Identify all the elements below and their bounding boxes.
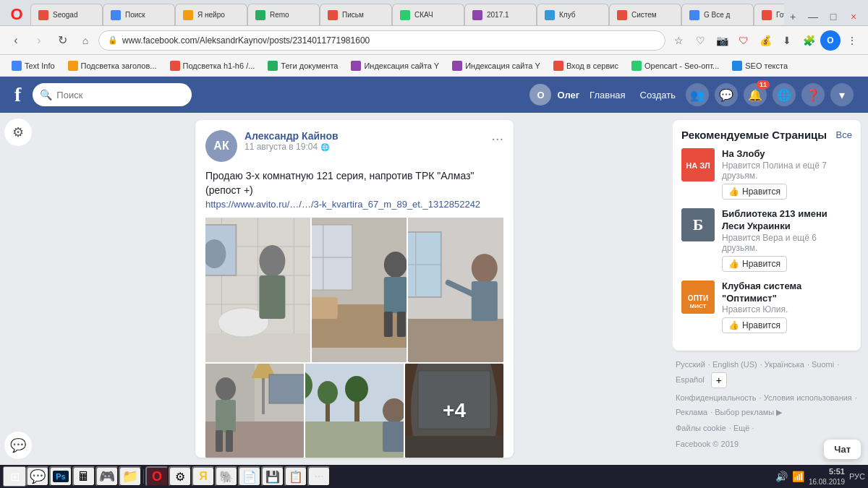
- download-btn[interactable]: ⬇: [777, 30, 797, 51]
- fb-dropdown-icon[interactable]: ▾: [830, 83, 854, 106]
- taskbar-save-btn[interactable]: 💾: [261, 466, 284, 487]
- svg-rect-54: [383, 421, 404, 452]
- post-username[interactable]: Александр Кайнов: [244, 130, 491, 142]
- taskbar-doc-btn[interactable]: 📄: [238, 466, 261, 487]
- tab-ya[interactable]: Я нейро: [175, 4, 247, 25]
- taskbar-chat-app[interactable]: 💬: [26, 466, 49, 487]
- wallet-btn[interactable]: 💰: [755, 30, 775, 51]
- fb-help-icon[interactable]: ❓: [801, 83, 825, 106]
- fb-network-icon[interactable]: 🌐: [773, 83, 796, 106]
- like-btn-3[interactable]: 👍 Нравится: [722, 317, 787, 333]
- fb-header: f 🔍 О Олег Главная Создать 👥 💬 🔔 11 🌐 ❓ …: [0, 77, 868, 113]
- tab-remo[interactable]: Remo: [247, 4, 320, 25]
- rec-page-name-2[interactable]: Библиотека 213 имени Леси Украинки: [722, 208, 852, 233]
- snapshot-btn[interactable]: 📷: [712, 30, 732, 51]
- fb-notifications-icon[interactable]: 🔔 11: [744, 83, 767, 106]
- bookmark-seo[interactable]: SEO текста: [726, 59, 793, 72]
- star-btn[interactable]: ☆: [668, 30, 689, 51]
- lang-fi[interactable]: Suomi: [812, 360, 834, 369]
- fb-messenger-icon[interactable]: 💬: [715, 83, 738, 106]
- tab-mail[interactable]: Письм: [320, 4, 392, 25]
- fb-search-bar[interactable]: 🔍: [33, 83, 192, 106]
- photo-4[interactable]: [205, 364, 304, 458]
- fb-username[interactable]: Олег: [557, 90, 579, 100]
- lang-en[interactable]: English (US): [712, 360, 757, 369]
- ad-choices-link[interactable]: Выбор рекламы ▶: [715, 408, 782, 416]
- start-btn[interactable]: ⊞: [3, 466, 26, 487]
- ads-link[interactable]: Реклама: [676, 408, 707, 416]
- tab-2017[interactable]: 2017.1: [464, 4, 537, 25]
- photo-6[interactable]: +4: [405, 364, 503, 458]
- bookmark-h1h6[interactable]: Подсветка h1-h6 /...: [164, 59, 261, 72]
- taskbar-volume-icon[interactable]: 🔊: [775, 471, 788, 482]
- tab-search[interactable]: Поиск: [103, 4, 175, 25]
- taskbar-network-icon[interactable]: 📶: [792, 471, 804, 482]
- tab-dl[interactable]: СКАЧ: [392, 4, 464, 25]
- extensions-btn[interactable]: 🧩: [799, 30, 819, 51]
- profile-btn[interactable]: О: [820, 30, 841, 51]
- minimize-btn[interactable]: —: [804, 8, 822, 25]
- tab-club[interactable]: Клуб: [537, 4, 609, 25]
- sidebar-chat-icon[interactable]: 💬: [4, 432, 32, 459]
- heart-btn[interactable]: ♡: [690, 30, 710, 51]
- taskbar-settings-btn[interactable]: ⚙: [169, 466, 192, 487]
- tab-system[interactable]: Систем: [609, 4, 681, 25]
- more-link[interactable]: Ещё ·: [733, 424, 754, 432]
- like-btn-1[interactable]: 👍 Нравится: [722, 184, 787, 200]
- bookmark-textinfo[interactable]: Text Info: [6, 59, 61, 72]
- new-tab-btn[interactable]: +: [784, 8, 801, 25]
- address-bar[interactable]: 🔒 www.facebook.com/AleksandrKaynov/posts…: [98, 30, 665, 51]
- bookmark-headings[interactable]: Подсветка заголов...: [62, 59, 163, 72]
- photo-2[interactable]: [312, 218, 407, 362]
- bookmark-index2[interactable]: Индексация сайта Y: [446, 59, 546, 72]
- reload-btn[interactable]: ↻: [52, 30, 72, 51]
- taskbar-game[interactable]: 🎮: [95, 466, 119, 487]
- maximize-btn[interactable]: □: [825, 8, 842, 25]
- tab-g[interactable]: G Все д: [681, 4, 754, 25]
- rec-page-name-1[interactable]: На Злобу: [722, 148, 852, 160]
- photo-1[interactable]: [205, 218, 310, 362]
- tab-seogad[interactable]: Seogad: [30, 4, 103, 25]
- terms-link[interactable]: Условия использования: [764, 393, 852, 402]
- cookies-link[interactable]: Файлы cookie: [676, 424, 726, 432]
- like-btn-2[interactable]: 👍 Нравится: [722, 256, 787, 272]
- photo-3[interactable]: [408, 218, 503, 362]
- taskbar-calculator[interactable]: 🖩: [72, 466, 95, 487]
- lang-es[interactable]: Español: [676, 375, 705, 384]
- chat-bubble[interactable]: Чат: [824, 440, 861, 459]
- bookmark-tags[interactable]: Теги документа: [262, 59, 344, 72]
- post-options-btn[interactable]: ···: [491, 130, 503, 147]
- privacy-link[interactable]: Конфиденциальность: [676, 393, 757, 402]
- fb-avatar[interactable]: О: [529, 84, 551, 106]
- photo-5[interactable]: [305, 364, 404, 458]
- lang-ru[interactable]: Русский: [676, 360, 705, 369]
- vpn-btn[interactable]: 🛡: [733, 30, 754, 51]
- add-language-btn[interactable]: +: [711, 372, 727, 388]
- bookmark-login[interactable]: Вход в сервис: [548, 59, 624, 72]
- back-btn[interactable]: ‹: [6, 30, 26, 51]
- tab-ready[interactable]: Готов: [754, 4, 784, 25]
- taskbar-photoshop[interactable]: Ps: [49, 466, 72, 487]
- bookmark-index1[interactable]: Индексация сайта Y: [345, 59, 445, 72]
- widget-all-link[interactable]: Все: [836, 129, 852, 140]
- bookmark-opencart[interactable]: Opencart - Seo-опт...: [626, 59, 725, 72]
- taskbar-yandex-btn[interactable]: Я: [192, 466, 215, 487]
- home-btn[interactable]: ⌂: [75, 30, 95, 51]
- fb-friends-icon[interactable]: 👥: [686, 83, 709, 106]
- taskbar-more-btn[interactable]: ···: [307, 466, 331, 487]
- sidebar-settings-icon[interactable]: ⚙: [4, 119, 32, 146]
- taskbar-evernote-btn[interactable]: 🐘: [215, 466, 238, 487]
- post-link[interactable]: https://www.avito.ru/…/…/3-k_kvartira_67…: [205, 199, 480, 210]
- fb-create-link[interactable]: Создать: [636, 88, 680, 102]
- rec-page-name-3[interactable]: Клубная система "Оптимист": [722, 281, 852, 305]
- forward-btn[interactable]: ›: [29, 30, 49, 51]
- taskbar-clip-btn[interactable]: 📋: [284, 466, 307, 487]
- taskbar-folder[interactable]: 📁: [119, 466, 142, 487]
- menu-btn[interactable]: ⋮: [842, 30, 862, 51]
- fb-home-link[interactable]: Главная: [585, 88, 629, 102]
- close-btn[interactable]: ×: [845, 8, 862, 25]
- search-input[interactable]: [56, 90, 172, 100]
- photo-plus-overlay[interactable]: +4: [405, 364, 503, 458]
- taskbar-opera-btn[interactable]: O: [145, 466, 169, 487]
- lang-ua[interactable]: Українська: [765, 360, 804, 369]
